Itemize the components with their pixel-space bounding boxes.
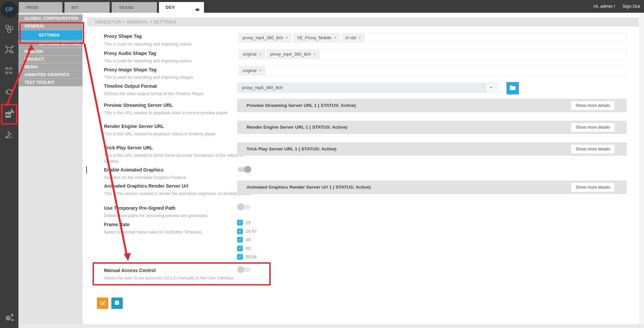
field-label-manual-access-control: Manual Access Control	[104, 268, 258, 273]
animated-graphics-render-server-panel: Animated Graphics Render Server Url 1 ( …	[237, 181, 627, 194]
player-icon[interactable]	[0, 128, 18, 141]
checkbox-label: 59.94	[246, 254, 257, 259]
field-desc-proxy-image-shape-tag: This is used for searching and importing…	[104, 75, 253, 81]
user-area: Hi, admin ! Sign Out	[593, 0, 640, 13]
field-label-proxy-audio-shape-tag: Proxy Audio Shape Tag	[104, 51, 258, 56]
tag-chip-label: original	[243, 68, 257, 73]
sidebar-item-settings-with-acl[interactable]: SETTINGS WITH ACL	[18, 40, 83, 48]
show-more-details-button[interactable]: Show more details	[571, 183, 614, 192]
field-desc-frame-rate: Select supported frame rates for VidiEdi…	[104, 229, 253, 236]
field-label-proxy-shape-tag: Proxy Shape Tag	[104, 34, 258, 39]
field-label-timeline-output-format: Timeline Output Format	[104, 83, 258, 89]
field-label-render-engine-server-url: Render Engine Server URL	[104, 124, 258, 129]
bottom-strip	[18, 324, 644, 328]
toggle-knob	[237, 203, 244, 210]
sidebar-item-test-toolkit[interactable]: TEST TOOLKIT	[18, 79, 83, 86]
checkbox-checked[interactable]: ✓	[237, 254, 243, 260]
workflow-icon[interactable]	[0, 64, 18, 78]
tag-chip[interactable]: VE_Proxy_Mobile×	[293, 34, 340, 42]
proxy-shape-tag-input[interactable]: proxy_mp4_360_8ch× VE_Proxy_Mobile× zl-r…	[237, 33, 627, 43]
gears-icon[interactable]	[0, 311, 18, 324]
field-label-preview-streaming-server-url: Preview Streaming Server URL	[104, 103, 258, 108]
video-editor-icon[interactable]	[0, 107, 18, 120]
sign-out-link[interactable]: Sign Out	[622, 4, 640, 9]
proxy-audio-shape-tag-input[interactable]: original× proxy_mp4_360_8ch×	[237, 49, 627, 59]
field-label-frame-rate: Frame Rate	[104, 222, 258, 227]
tag-chip[interactable]: proxy_mp4_360_8ch×	[239, 34, 291, 42]
remove-tag-icon[interactable]: ×	[313, 52, 316, 57]
field-desc-use-temporary-pre-signed-path: Defines how paths for streaming preview …	[104, 213, 253, 219]
tag-chip-label: original	[243, 52, 257, 57]
render-engine-server-panel: Render Engine Server URL 1 ( STATUS: Act…	[237, 121, 627, 134]
panel-title: Trick Play Server URL 1 ( STATUS: Active…	[247, 142, 336, 156]
field-label-enable-animated-graphics: Enable Animated Graphics	[104, 167, 258, 173]
field-desc-preview-streaming-server-url: This is the URL needed to playback video…	[104, 110, 253, 116]
inspect-button[interactable]	[111, 298, 123, 309]
manual-access-control-toggle[interactable]	[237, 266, 251, 273]
checkbox-checked[interactable]: ✓	[237, 246, 243, 251]
sync-icon[interactable]	[0, 85, 18, 99]
panel-title: Animated Graphics Render Server Url 1 ( …	[247, 181, 371, 194]
tab-int[interactable]: INT	[64, 2, 110, 13]
sidebar-item-settings[interactable]: SETTINGS	[18, 30, 83, 40]
field-desc-proxy-audio-shape-tag: This is used for searching and importing…	[104, 58, 253, 64]
use-temporary-pre-signed-path-toggle[interactable]	[237, 203, 251, 210]
sidebar-item-global-configuration[interactable]: GLOBAL CONFIGURATION	[18, 15, 83, 22]
remove-tag-icon[interactable]: ×	[259, 52, 262, 57]
top-bar: PROD INT TRANS DEV Hi, admin ! Sign Out	[0, 0, 644, 13]
sidebar-item-media[interactable]: MEDIA	[18, 63, 83, 71]
trick-play-server-panel: Trick Play Server URL 1 ( STATUS: Active…	[237, 142, 627, 156]
field-desc-animated-graphics-render-server-url: This is the service needed to render the…	[104, 191, 253, 197]
edit-button[interactable]	[97, 298, 108, 309]
timeline-output-format-select[interactable]: proxy_mp4_360_8ch ▼	[237, 82, 497, 93]
enable-animated-graphics-toggle[interactable]	[237, 166, 251, 173]
sidebar-item-animated-graphics[interactable]: ANIMATED GRAPHICS	[18, 71, 83, 79]
show-more-details-button[interactable]: Show more details	[571, 123, 614, 132]
field-desc-render-engine-server-url: This is the URL needed to playback video…	[104, 131, 253, 137]
tab-dev[interactable]: DEV	[159, 2, 204, 13]
field-label-proxy-image-shape-tag: Proxy Image Shape Tag	[104, 67, 258, 72]
field-desc-enable-animated-graphics: Switches on the Animated Graphics Featur…	[104, 175, 253, 181]
remove-tag-icon[interactable]: ×	[358, 35, 361, 40]
tag-chip[interactable]: zl-rdd×	[342, 34, 364, 42]
tag-chip-label: zl-rdd	[345, 35, 356, 40]
toggle-knob	[237, 266, 244, 273]
preview-streaming-server-panel: Preview Streaming Server URL 1 ( STATUS:…	[237, 99, 627, 112]
tab-trans[interactable]: TRANS	[112, 2, 157, 13]
sidebar-item-project[interactable]: PROJECT	[18, 56, 83, 63]
field-desc-proxy-shape-tag: This is used for searching and importing…	[104, 42, 253, 48]
toggle-knob	[244, 166, 251, 173]
sidebar-item-general[interactable]: GENERAL	[18, 22, 83, 30]
cp-logo[interactable]: CP	[1, 1, 17, 18]
checkbox-checked[interactable]: ✓	[237, 220, 243, 225]
show-more-details-button[interactable]: Show more details	[571, 145, 614, 153]
dropdown-value: proxy_mp4_360_8ch	[242, 85, 282, 90]
breadcrumb: VIDIEDITOR > GENERAL > SETTINGS	[87, 17, 639, 26]
field-label-animated-graphics-render-server-url: Animated Graphics Render Server Url	[104, 183, 258, 189]
checkbox-checked[interactable]: ✓	[237, 237, 243, 243]
chevron-down-icon[interactable]: ▼	[485, 82, 497, 93]
right-scroll-gutter[interactable]	[639, 13, 644, 324]
folder-icon	[509, 85, 516, 91]
folder-button[interactable]	[506, 82, 519, 94]
sidebar-item-publish[interactable]: PUBLISH	[18, 48, 83, 56]
field-label-use-temporary-pre-signed-path: Use Temporary Pre-Signed Path	[104, 205, 258, 211]
panel-title: Render Engine Server URL 1 ( STATUS: Act…	[247, 121, 347, 134]
tab-prod[interactable]: PROD	[19, 2, 62, 13]
tag-chip[interactable]: proxy_mp4_360_8ch×	[267, 50, 319, 58]
checkbox-label: 29.97	[246, 229, 257, 234]
checkbox-checked[interactable]: ✓	[237, 228, 243, 234]
modules-icon[interactable]	[0, 22, 18, 36]
remove-tag-icon[interactable]: ×	[259, 68, 262, 73]
config-menu: GLOBAL CONFIGURATION GENERAL SETTINGS SE…	[18, 15, 83, 86]
app-root: PROD INT TRANS DEV Hi, admin ! Sign Out …	[0, 0, 644, 328]
remove-tag-icon[interactable]: ×	[285, 35, 288, 40]
show-more-details-button[interactable]: Show more details	[571, 101, 614, 110]
automation-icon[interactable]	[0, 43, 18, 56]
remove-tag-icon[interactable]: ×	[334, 35, 336, 40]
proxy-image-shape-tag-input[interactable]: original×	[237, 66, 627, 76]
text-cursor-mark	[86, 166, 87, 174]
checkbox-label: 25	[246, 220, 251, 225]
tag-chip[interactable]: original×	[239, 67, 265, 75]
tag-chip[interactable]: original×	[239, 50, 265, 58]
